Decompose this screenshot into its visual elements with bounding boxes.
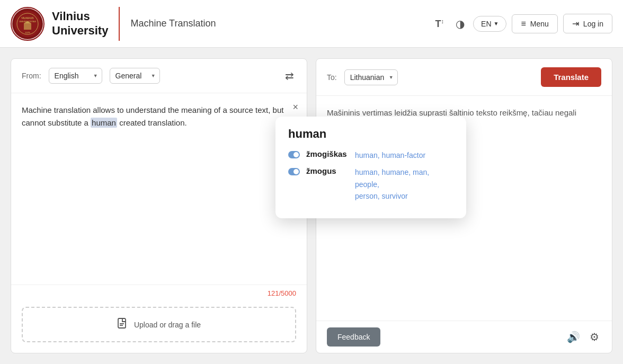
from-label: From: [22,72,41,80]
svg-text:VILNIAUS: VILNIAUS [21,16,34,20]
settings-button[interactable]: ⚙ [588,329,601,345]
source-panel: From: English Lithuanian German French G… [11,58,307,353]
to-label: To: [327,73,337,82]
source-panel-header: From: English Lithuanian German French G… [11,59,307,93]
contrast-button[interactable]: ◑ [452,14,468,33]
contrast-icon: ◑ [456,17,465,30]
svg-rect-7 [118,318,126,328]
char-count: 121/5000 [11,285,307,301]
chevron-down-icon: ▼ [494,21,499,26]
current-language: EN [481,20,491,28]
sound-icon: 🔊 [567,331,580,343]
domain-wrapper: General Medical Legal Technical [110,68,160,84]
swap-languages-button[interactable]: ⇄ [283,67,296,84]
dict-translations-2: human, humane, man, people, person, surv… [355,166,453,202]
dict-link-human-factor[interactable]: human-factor [382,151,425,159]
dict-entry-1: žmogiškas human, human-factor [288,149,453,161]
source-language-wrapper: English Lithuanian German French [49,68,102,84]
dict-link-man[interactable]: man [413,168,427,176]
target-language-select[interactable]: Lithuanian English German French [344,69,398,85]
language-selector[interactable]: EN ▼ [473,16,506,32]
upload-icon [117,317,129,332]
university-name: Vilnius University [52,10,108,38]
domain-select[interactable]: General Medical Legal Technical [110,68,160,84]
dict-link-human1[interactable]: human [355,151,378,159]
dict-translations-1: human, human-factor [355,149,425,161]
main-content: From: English Lithuanian German French G… [0,48,623,364]
swap-icon: ⇄ [285,70,294,82]
dict-link-human2[interactable]: human [355,168,378,176]
login-icon: ⇥ [572,19,579,29]
header-actions: T↕ ◑ EN ▼ ≡ Menu ⇥ Log in [432,14,612,33]
login-button[interactable]: ⇥ Log in [563,14,612,33]
right-footer: Feedback 🔊 ⚙ [316,321,612,353]
source-text-area[interactable]: Machine translation allows to understand… [11,93,307,285]
svg-text:1579: 1579 [25,31,31,34]
translate-button[interactable]: Translate [541,67,601,87]
sound-button[interactable]: 🔊 [565,329,582,345]
source-text: Machine translation allows to understand… [22,104,296,129]
clear-text-button[interactable]: × [292,102,298,113]
close-icon: × [292,102,298,112]
dict-link-humane[interactable]: humane [382,168,409,176]
dict-lt-word-1: žmogiškas [306,149,349,158]
dict-lt-word-2: žmogus [306,166,349,175]
dict-toggle-1[interactable] [288,151,300,158]
dictionary-popup: human žmogiškas human, human-factor žmog… [275,117,466,218]
app-title: Machine Translation [130,18,432,29]
feedback-button[interactable]: Feedback [327,327,380,347]
target-panel-header: To: Lithuanian English German French Tra… [316,59,612,96]
university-logo: VILNIAUS UNIVERSITETAS 1579 [11,7,44,41]
dict-toggle-2[interactable] [288,168,300,175]
source-language-select[interactable]: English Lithuanian German French [49,68,102,84]
font-size-icon: T↕ [435,18,444,30]
target-language-wrapper: Lithuanian English German French [344,69,398,85]
font-size-button[interactable]: T↕ [432,15,448,33]
gear-icon: ⚙ [590,331,599,343]
dict-link-survivor[interactable]: survivor [382,192,408,200]
highlighted-source-word[interactable]: human [91,118,117,128]
source-text-after: created translation. [117,118,187,127]
header: VILNIAUS UNIVERSITETAS 1579 Vilnius Univ… [0,0,623,48]
upload-label: Upload or drag a file [134,321,201,329]
dict-entry-2: žmogus human, humane, man, people, perso… [288,166,453,202]
dict-link-people[interactable]: people [355,180,377,189]
logo-area: VILNIAUS UNIVERSITETAS 1579 Vilnius Univ… [11,7,120,41]
upload-area[interactable]: Upload or drag a file [22,307,296,342]
menu-button[interactable]: ≡ Menu [512,14,557,33]
svg-rect-4 [24,23,31,30]
dict-link-person[interactable]: person [355,192,378,200]
menu-lines-icon: ≡ [521,19,526,29]
dict-word: human [288,127,453,141]
